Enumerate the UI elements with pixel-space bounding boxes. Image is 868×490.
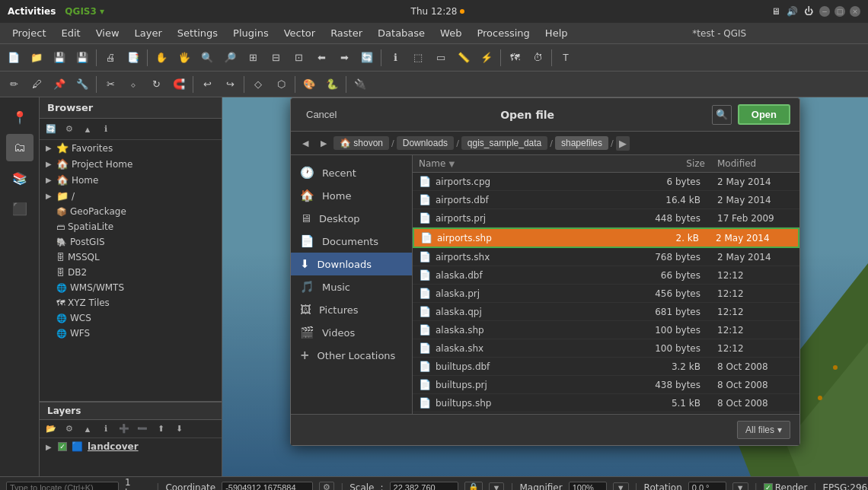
column-modified-header[interactable]: Modified [717, 158, 793, 169]
rotation-input[interactable] [688, 482, 726, 491]
undo-btn[interactable]: ↩ [196, 74, 218, 95]
action-btn[interactable]: ⚡ [476, 47, 497, 68]
temporal-btn[interactable]: ⏱ [527, 47, 548, 68]
layers-filter-btn[interactable]: ⚙ [61, 421, 78, 438]
atlas-btn[interactable]: 🗺 [504, 47, 525, 68]
breadcrumb-downloads-button[interactable]: Downloads [397, 136, 454, 150]
scale-down-btn[interactable]: ▼ [489, 482, 505, 491]
browser-item-spatialite[interactable]: 🗃 SpatiaLite [40, 219, 222, 234]
file-row[interactable]: 📄 alaska.dbf 66 bytes 12:12 [413, 266, 799, 285]
layers-add-btn[interactable]: ➕ [116, 421, 132, 438]
snap-btn[interactable]: 🧲 [168, 74, 190, 95]
sidebar-videos[interactable]: 🎬 Videos [291, 321, 412, 344]
measure-btn[interactable]: 📏 [453, 47, 474, 68]
scale-lock-btn[interactable]: 🔒 [464, 482, 483, 490]
breadcrumb-shapefiles-button[interactable]: shapefiles [555, 136, 608, 150]
dialog-search-button[interactable]: 🔍 [712, 105, 732, 125]
sidebar-recent[interactable]: 🕐 Recent [291, 161, 412, 184]
digitize2-btn[interactable]: 🖊 [26, 74, 47, 95]
node-btn[interactable]: ⬦ [123, 74, 144, 95]
file-row-selected[interactable]: 📄 airports.shp 2. kB 2 May 2014 [413, 228, 799, 248]
browser-item-project-home[interactable]: ▶ 🏠 Project Home [40, 156, 222, 172]
file-list[interactable]: 📄 airports.cpg 6 bytes 2 May 2014 📄 airp… [413, 173, 799, 414]
menu-plugins[interactable]: Plugins [227, 26, 275, 40]
zoom-prev-btn[interactable]: ⬅ [311, 47, 332, 68]
file-row[interactable]: 📄 airports.shx 768 bytes 2 May 2014 [413, 248, 799, 266]
sidebar-other-locations[interactable]: + Other Locations [291, 344, 412, 367]
rotation-down-btn[interactable]: ▼ [732, 482, 748, 491]
coordinate-action-btn[interactable]: ⚙ [319, 482, 334, 490]
save-as-btn[interactable]: 💾 [72, 47, 93, 68]
zoom-layer-btn[interactable]: ⊟ [265, 47, 286, 68]
menu-edit[interactable]: Edit [55, 26, 86, 40]
epsg-label[interactable]: EPSG:2964 [822, 482, 868, 491]
style-btn[interactable]: 🎨 [298, 74, 320, 95]
new-project-btn[interactable]: 📄 [3, 47, 24, 68]
menu-raster[interactable]: Raster [324, 26, 369, 40]
layers-up-btn[interactable]: ⬆ [152, 421, 169, 438]
browser-item-wms[interactable]: 🌐 WMS/WMTS [40, 280, 222, 295]
file-row[interactable]: 📄 builtups.shp 5.1 kB 8 Oct 2008 [413, 394, 799, 412]
browser-item-mssql[interactable]: 🗄 MSSQL [40, 250, 222, 265]
file-row[interactable]: 📄 airports.cpg 6 bytes 2 May 2014 [413, 173, 799, 191]
sidebar-desktop[interactable]: 🖥 Desktop [291, 207, 412, 230]
menu-view[interactable]: View [90, 26, 126, 40]
browser-add-btn[interactable]: ℹ [97, 121, 114, 138]
menu-settings[interactable]: Settings [171, 26, 224, 40]
label-btn[interactable]: T [555, 47, 576, 68]
zoom-out-btn[interactable]: 🔎 [219, 47, 241, 68]
window-minimize[interactable]: − [819, 6, 830, 17]
browser-item-xyz[interactable]: 🗺 XYZ Tiles [40, 295, 222, 310]
map-area[interactable]: Cancel Open file 🔍 Open ◀ ▶ 🏠 shovon / D… [222, 97, 868, 476]
browser-item-wfs[interactable]: 🌐 WFS [40, 326, 222, 341]
menu-database[interactable]: Database [372, 26, 431, 40]
zoom-next-btn[interactable]: ➡ [333, 47, 355, 68]
refresh-btn[interactable]: 🔄 [356, 47, 378, 68]
menu-layer[interactable]: Layer [129, 26, 168, 40]
zoom-in-btn[interactable]: 🔍 [196, 47, 218, 68]
file-row[interactable]: 📄 alaska.prj 456 bytes 12:12 [413, 285, 799, 303]
zoom-select-btn[interactable]: ⊡ [288, 47, 309, 68]
save-project-btn[interactable]: 💾 [49, 47, 70, 68]
column-size-header[interactable]: Size [656, 158, 717, 169]
menu-project[interactable]: Project [6, 26, 52, 40]
menu-vector[interactable]: Vector [278, 26, 321, 40]
browser-refresh-btn[interactable]: 🔄 [43, 121, 59, 138]
power-icon[interactable]: ⏻ [804, 6, 813, 17]
file-row[interactable]: 📄 alaska.qpj 681 bytes 12:12 [413, 303, 799, 321]
vertex-btn[interactable]: ◇ [247, 74, 269, 95]
zoom-extent-btn[interactable]: ⊞ [242, 47, 263, 68]
browser-btn[interactable]: 🗂 [6, 134, 34, 161]
digitize3-btn[interactable]: 📌 [49, 74, 70, 95]
coordinate-input[interactable] [222, 482, 313, 491]
file-row[interactable]: 📄 airports.dbf 16.4 kB 2 May 2014 [413, 191, 799, 209]
browser-item-root[interactable]: ▶ 📁 / [40, 188, 222, 204]
print-btn[interactable]: 📑 [123, 47, 144, 68]
menu-processing[interactable]: Processing [471, 26, 535, 40]
select-btn[interactable]: ⬚ [407, 47, 429, 68]
browser-item-wcs[interactable]: 🌐 WCS [40, 310, 222, 326]
select-rect-btn[interactable]: ▭ [430, 47, 452, 68]
layers-collapse-btn[interactable]: ▲ [79, 421, 96, 438]
layer-item-landcover[interactable]: ▶ ✓ 🟦 landcover [40, 438, 222, 455]
sidebar-home[interactable]: 🏠 Home [291, 184, 412, 207]
qgis-menu-button[interactable]: QGIS3 ▾ [65, 6, 104, 17]
layers-info-btn[interactable]: ℹ [97, 421, 114, 438]
digitize4-btn[interactable]: 🔧 [72, 74, 93, 95]
layers-open-btn[interactable]: 📂 [43, 421, 59, 438]
file-row[interactable]: 📄 airports.prj 448 bytes 17 Feb 2009 [413, 209, 799, 228]
window-close[interactable]: × [850, 6, 860, 17]
select2-btn[interactable]: ⬡ [270, 74, 292, 95]
sidebar-music[interactable]: 🎵 Music [291, 275, 412, 298]
file-row[interactable]: 📄 builtups.dbf 3.2 kB 8 Oct 2008 [413, 358, 799, 376]
browser-collapse-btn[interactable]: ▲ [79, 121, 96, 138]
menu-web[interactable]: Web [434, 26, 468, 40]
breadcrumb-home-button[interactable]: 🏠 shovon [333, 136, 389, 150]
print-layout-btn[interactable]: 🖨 [100, 47, 121, 68]
layers-dock-btn[interactable]: 📚 [6, 164, 34, 192]
window-maximize[interactable]: □ [834, 6, 845, 17]
breadcrumb-sample-button[interactable]: qgis_sample_data [461, 136, 547, 150]
dialog-cancel-button[interactable]: Cancel [300, 107, 343, 122]
file-row[interactable]: 📄 alaska.shp 100 bytes 12:12 [413, 321, 799, 339]
browser-item-home[interactable]: ▶ 🏠 Home [40, 172, 222, 188]
